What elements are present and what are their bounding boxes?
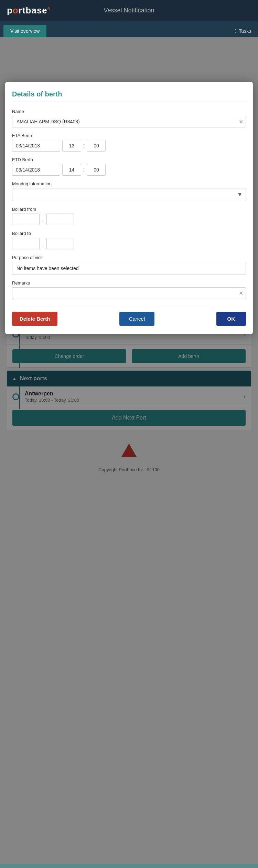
mooring-select[interactable] xyxy=(12,188,246,201)
bollard-from-separator: , xyxy=(42,216,44,223)
eta-berth-group: ETA Berth : xyxy=(12,133,246,152)
mooring-select-wrapper: ▼ xyxy=(12,188,246,201)
etd-berth-label: ETD Berth xyxy=(12,157,246,162)
eta-min-input[interactable] xyxy=(87,140,106,152)
bollard-to-input-1[interactable] xyxy=(12,238,40,249)
bollard-from-input-2[interactable] xyxy=(46,214,74,225)
purpose-label: Purpose of visit xyxy=(12,255,246,260)
remarks-input[interactable] xyxy=(12,287,246,299)
name-input[interactable] xyxy=(12,116,246,127)
name-input-wrapper: ✕ xyxy=(12,116,246,127)
mooring-group: Mooring information ▼ xyxy=(12,181,246,201)
etd-min-input[interactable] xyxy=(87,164,106,176)
mooring-label: Mooring information xyxy=(12,181,246,186)
bollard-from-group: Bollard from , xyxy=(12,207,246,225)
eta-time-separator: : xyxy=(83,143,85,149)
delete-berth-button[interactable]: Delete Berth xyxy=(12,312,57,326)
ok-button[interactable]: OK xyxy=(216,312,246,326)
tasks-menu[interactable]: ⋮ Tasks xyxy=(229,25,255,37)
modal-overlay[interactable]: Details of berth Name ✕ ETA Berth : xyxy=(0,37,258,864)
purpose-group: Purpose of visit No items have been sele… xyxy=(12,255,246,275)
modal-dialog: Details of berth Name ✕ ETA Berth : xyxy=(5,82,253,334)
etd-hour-input[interactable] xyxy=(62,164,81,176)
modal-footer: Delete Berth Cancel OK xyxy=(12,306,246,326)
bollard-from-input-1[interactable] xyxy=(12,214,40,225)
main-content: Today, 13:00 - Today, 14:00 › Tugboats: … xyxy=(0,37,258,864)
visit-overview-tab[interactable]: Visit overview xyxy=(3,25,46,37)
remarks-clear-button[interactable]: ✕ xyxy=(239,290,243,297)
name-field-group: Name ✕ xyxy=(12,109,246,127)
top-header: portbase® Vessel Notification xyxy=(0,0,258,21)
logo: portbase® xyxy=(7,5,50,16)
purpose-input[interactable]: No items have been selected xyxy=(12,262,246,275)
logo-o: o xyxy=(13,5,19,16)
nav-tabs: Visit overview ⋮ Tasks xyxy=(0,21,258,37)
etd-berth-group: ETD Berth : xyxy=(12,157,246,176)
name-label: Name xyxy=(12,109,246,114)
name-clear-button[interactable]: ✕ xyxy=(239,118,243,125)
eta-date-input[interactable] xyxy=(12,140,60,152)
etd-date-input[interactable] xyxy=(12,164,60,176)
etd-time-separator: : xyxy=(83,167,85,173)
remarks-group: Remarks ✕ xyxy=(12,280,246,299)
bollard-from-row: , xyxy=(12,214,246,225)
bollard-to-group: Bollard to , xyxy=(12,231,246,249)
bollard-to-input-2[interactable] xyxy=(46,238,74,249)
eta-hour-input[interactable] xyxy=(62,140,81,152)
etd-datetime-row: : xyxy=(12,164,246,176)
bollard-from-label: Bollard from xyxy=(12,207,246,212)
eta-datetime-row: : xyxy=(12,140,246,152)
bollard-to-label: Bollard to xyxy=(12,231,246,236)
cancel-button[interactable]: Cancel xyxy=(119,312,155,326)
remarks-label: Remarks xyxy=(12,280,246,286)
logo-text: portbase® xyxy=(7,5,50,16)
remarks-input-wrapper: ✕ xyxy=(12,287,246,299)
header-title: Vessel Notification xyxy=(104,7,154,14)
bollard-to-separator: , xyxy=(42,240,44,247)
eta-berth-label: ETA Berth xyxy=(12,133,246,138)
bollard-to-row: , xyxy=(12,238,246,249)
modal-title: Details of berth xyxy=(12,90,246,102)
